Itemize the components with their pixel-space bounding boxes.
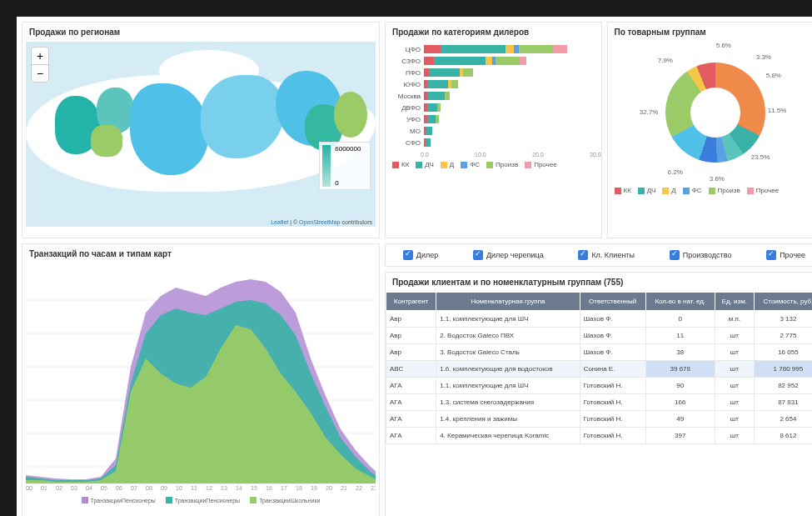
table-row[interactable]: АГА1.4. крепления и зажимыГотовский Н.49…	[386, 411, 813, 428]
table-cell: Готовский Н.	[580, 378, 645, 394]
table-row[interactable]: АГА1.3. система снегозадержанияГотовский…	[386, 394, 813, 411]
bar-segment[interactable]	[463, 68, 473, 77]
table-row[interactable]: Авр1.1. комплектующие для ШЧШахов Ф.0м.п…	[386, 311, 813, 328]
bar-segment[interactable]	[429, 68, 460, 77]
x-tick: 12	[206, 485, 212, 491]
legend-item[interactable]: Прочее	[747, 187, 780, 194]
bar-segment[interactable]	[426, 127, 432, 135]
bar-track[interactable]	[424, 68, 595, 77]
table-header[interactable]: Ответственный	[580, 293, 645, 311]
table-cell: Шахов Ф.	[580, 344, 645, 361]
bar-row: МО	[392, 127, 595, 135]
bar-segment[interactable]	[427, 103, 437, 112]
x-tick: 11	[191, 485, 197, 491]
table-header[interactable]: Стоимость, руб.	[754, 293, 812, 311]
table-cell: 397	[645, 428, 715, 444]
bar-segment[interactable]	[519, 45, 553, 53]
x-tick: 10	[176, 485, 182, 491]
table-row[interactable]: АГА1.1. комплектующие для ШЧГотовский Н.…	[386, 378, 813, 394]
legend-item[interactable]: ТранзакцииПенсионеры	[82, 497, 156, 503]
table-header[interactable]: Ед. изм.	[715, 293, 754, 311]
bar-track[interactable]	[424, 92, 595, 100]
bar-segment[interactable]	[424, 57, 434, 65]
legend-item[interactable]: КК	[615, 187, 631, 194]
table-cell: 166	[645, 394, 715, 411]
osm-link[interactable]: OpenStreetMap	[299, 219, 340, 225]
filter-checkbox[interactable]: Дилер	[403, 250, 438, 260]
bar-segment[interactable]	[553, 45, 566, 53]
table-row[interactable]: АВС1.6. комплектующие для водостоковСони…	[386, 361, 813, 378]
bar-segment[interactable]	[445, 92, 450, 100]
table-header[interactable]: Кол-во в нат. ед.	[645, 293, 715, 311]
bar-segment[interactable]	[424, 45, 441, 53]
table-row[interactable]: Авр3. Водосток Galeco СтальШахов Ф.38шт1…	[386, 344, 813, 361]
bar-category-label: СФО	[392, 139, 424, 147]
bar-row: ДВФО	[392, 103, 595, 112]
zoom-out-button[interactable]: −	[32, 65, 48, 82]
legend-item[interactable]: Д	[441, 161, 454, 168]
bar-segment[interactable]	[519, 57, 526, 65]
x-tick: 04	[86, 485, 92, 491]
legend-item[interactable]: ФС	[683, 187, 702, 194]
pct-label: 5.8%	[766, 72, 781, 79]
filter-checkbox[interactable]: Кл. Клиенты	[578, 250, 635, 260]
bar-track[interactable]	[424, 57, 595, 65]
legend-item[interactable]: Д	[662, 187, 675, 194]
area-chart: 0001020304050607080910111213141516171819…	[26, 267, 376, 492]
zoom-in-button[interactable]: +	[32, 48, 48, 65]
bar-track[interactable]	[424, 138, 595, 147]
filter-label: Дилер	[416, 251, 438, 259]
bar-legend: ККДЧДФСПроизвПрочее	[386, 158, 601, 172]
bar-row: СФО	[392, 138, 595, 147]
bar-segment[interactable]	[486, 57, 492, 65]
table-cell: 0	[645, 311, 715, 328]
legend-item[interactable]: ДЧ	[416, 161, 433, 168]
bar-segment[interactable]	[427, 92, 444, 100]
table-cell: 11	[645, 328, 715, 344]
bar-segment[interactable]	[451, 80, 458, 88]
axis-tick: 10.0	[475, 152, 486, 158]
area-panel: Транзакций по часам и типам карт 0001020…	[22, 243, 380, 516]
filter-checkbox[interactable]: Дилер черепица	[473, 250, 544, 260]
legend-item[interactable]: Произв	[486, 161, 518, 168]
bar-row: СЗФО	[392, 57, 595, 65]
bar-segment[interactable]	[496, 57, 520, 65]
filter-bar: ДилерДилер черепицаКл. КлиентыПроизводст…	[385, 243, 812, 267]
legend-item[interactable]: ТранзакцииШкольники	[250, 497, 320, 503]
area-title: Транзакций по часам и типам карт	[22, 244, 379, 263]
bar-segment[interactable]	[436, 115, 439, 123]
x-tick: 18	[296, 485, 302, 491]
bar-track[interactable]	[424, 115, 595, 123]
filter-checkbox[interactable]: Прочее	[766, 250, 805, 260]
bar-segment[interactable]	[427, 115, 436, 123]
x-tick: 09	[161, 485, 167, 491]
bar-track[interactable]	[424, 103, 595, 112]
legend-item[interactable]: ФС	[461, 161, 480, 168]
legend-item[interactable]: ДЧ	[638, 187, 655, 194]
filter-label: Дилер черепица	[486, 251, 544, 259]
filter-checkbox[interactable]: Производство	[670, 250, 732, 260]
map-canvas[interactable]: + − 6000000 0 Leaflet | ©	[26, 42, 376, 227]
legend-item[interactable]: Произв	[709, 187, 740, 194]
filter-label: Производство	[683, 251, 732, 259]
bar-segment[interactable]	[441, 45, 506, 53]
legend-label: ТранзакцииПенсионеры	[91, 498, 156, 503]
pct-label: 3.3%	[756, 53, 771, 61]
legend-item[interactable]: Прочее	[525, 161, 557, 168]
bar-segment[interactable]	[437, 103, 441, 112]
bar-segment[interactable]	[506, 45, 514, 53]
table-row[interactable]: Авр2. Водосток Galeco ПВХШахов Ф.11шт2 7…	[386, 328, 813, 344]
table-header[interactable]: Контрагент	[386, 293, 436, 311]
bar-segment[interactable]	[434, 57, 485, 65]
bar-track[interactable]	[424, 45, 595, 53]
leaflet-link[interactable]: Leaflet	[271, 219, 288, 225]
legend-item[interactable]: ТранзакцииПенсионеры	[166, 497, 240, 503]
bar-segment[interactable]	[426, 138, 431, 147]
bar-track[interactable]	[424, 127, 595, 135]
table-row[interactable]: АГА4. Керамическая черепица KoramicГотов…	[386, 428, 813, 444]
table-header[interactable]: Номенклатурная группа	[436, 293, 580, 311]
legend-item[interactable]: КК	[392, 161, 409, 168]
bar-segment[interactable]	[427, 80, 448, 88]
bar-track[interactable]	[424, 80, 595, 88]
legend-label: ФС	[470, 161, 480, 168]
